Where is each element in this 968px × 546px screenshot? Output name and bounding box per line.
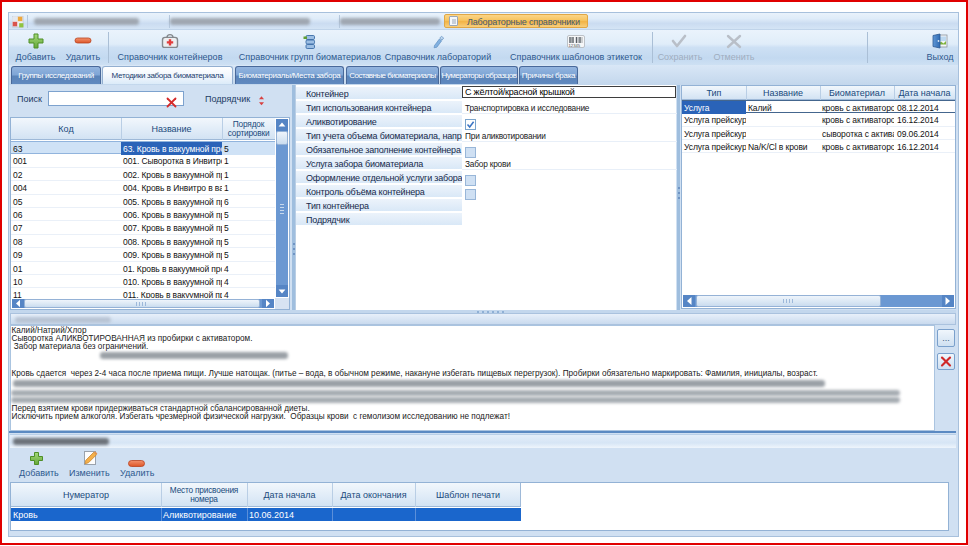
svg-text:12345: 12345 — [569, 43, 581, 48]
